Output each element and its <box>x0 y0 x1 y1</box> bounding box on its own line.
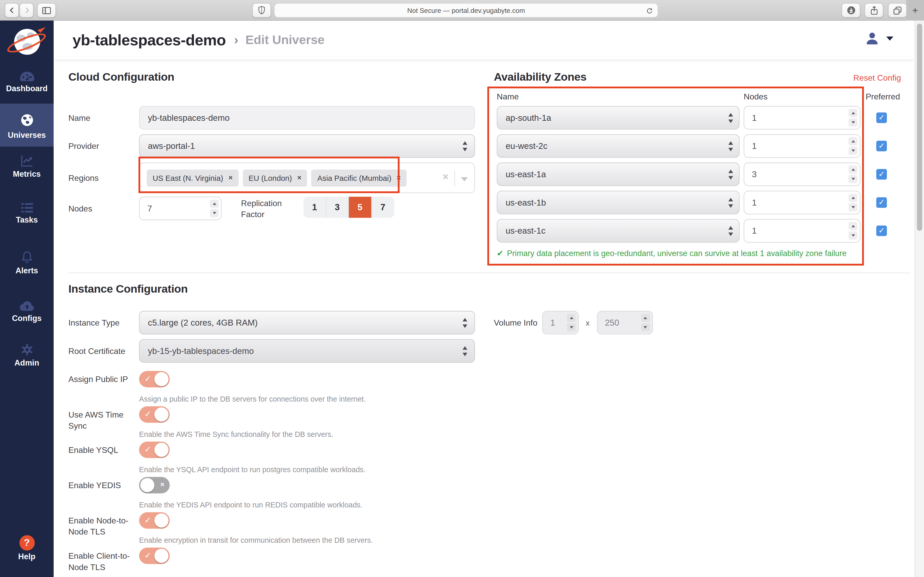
sidebar-item-dashboard[interactable]: Dashboard <box>0 71 53 93</box>
az-nodes-value: 3 <box>752 169 757 179</box>
user-menu[interactable] <box>864 31 893 46</box>
spin-up-icon[interactable] <box>567 314 576 322</box>
az-nodes-spinner[interactable]: 1 <box>744 134 861 158</box>
spin-down-icon[interactable] <box>848 231 857 240</box>
region-tag-label: Asia Pacific (Mumbai) <box>317 173 391 182</box>
rf-option-1[interactable]: 1 <box>304 197 326 218</box>
node-to-node-tls-toggle[interactable]: ✓ <box>139 513 170 529</box>
remove-tag-icon[interactable]: × <box>297 174 301 182</box>
sidebar-item-admin[interactable]: Admin <box>0 343 53 367</box>
spin-down-icon[interactable] <box>210 209 219 217</box>
yugabyte-logo[interactable] <box>10 25 43 58</box>
admin-icon <box>20 343 34 357</box>
provider-row: Provider aws-portal-1 <box>68 134 487 158</box>
page-scrollbar[interactable] <box>914 21 924 577</box>
az-nodes-value: 1 <box>752 113 757 122</box>
volume-count-value: 1 <box>551 318 555 327</box>
spin-down-icon[interactable] <box>641 323 650 332</box>
forward-button[interactable] <box>19 3 34 18</box>
spin-up-icon[interactable] <box>848 222 857 230</box>
toggle-knob <box>154 443 169 457</box>
reset-config-link[interactable]: Reset Config <box>853 73 901 82</box>
remove-tag-icon[interactable]: × <box>397 174 401 182</box>
az-zone-select[interactable]: us-east-1b <box>497 191 740 214</box>
region-tag[interactable]: Asia Pacific (Mumbai) × <box>312 169 407 186</box>
spin-up-icon[interactable] <box>848 109 857 117</box>
spin-down-icon[interactable] <box>848 118 857 126</box>
sidebar-item-label: Admin <box>0 359 53 367</box>
volume-count-spinner[interactable]: 1 <box>542 311 579 334</box>
preferred-checkbox[interactable]: ✓ <box>876 197 887 208</box>
az-zone-select[interactable]: us-east-1a <box>497 163 740 186</box>
spin-up-icon[interactable] <box>848 137 857 145</box>
az-nodes-spinner[interactable]: 1 <box>744 219 861 242</box>
enable-yedis-toggle[interactable]: × <box>139 477 170 493</box>
scrollbar-thumb[interactable] <box>917 23 922 231</box>
spin-up-icon[interactable] <box>210 200 219 208</box>
spin-down-icon[interactable] <box>848 147 857 155</box>
client-to-node-tls-toggle[interactable]: ✓ <box>139 548 170 564</box>
spin-up-icon[interactable] <box>848 194 857 202</box>
rf-option-5-selected[interactable]: 5 <box>349 197 372 218</box>
clear-all-icon[interactable]: × <box>443 171 449 183</box>
sidebar-item-metrics[interactable]: Metrics <box>0 154 53 179</box>
replication-factor-label: Replication Factor <box>241 197 304 220</box>
regions-multiselect[interactable]: US East (N. Virginia) × EU (London) × As… <box>139 163 475 193</box>
remove-tag-icon[interactable]: × <box>228 174 233 182</box>
sidebar-item-configs[interactable]: Configs <box>0 300 53 323</box>
new-tab-button[interactable]: + <box>906 0 924 21</box>
sidebar-toggle-icon <box>42 6 51 15</box>
sidebar-item-label: Tasks <box>0 216 53 224</box>
back-button[interactable] <box>5 3 19 18</box>
reload-button[interactable] <box>646 6 654 15</box>
aws-time-sync-toggle[interactable]: ✓ <box>139 406 170 423</box>
region-tag[interactable]: US East (N. Virginia) × <box>147 169 239 186</box>
preferred-checkbox[interactable]: ✓ <box>876 226 887 236</box>
availability-zones-section: Availability Zones Reset Config Name Nod… <box>494 71 914 258</box>
volume-size-spinner[interactable]: 250 <box>596 311 653 334</box>
share-icon <box>870 6 878 15</box>
preferred-checkbox[interactable]: ✓ <box>876 113 887 123</box>
az-nodes-spinner[interactable]: 3 <box>744 163 861 186</box>
preferred-checkbox[interactable]: ✓ <box>876 169 887 179</box>
az-nodes-spinner[interactable]: 1 <box>744 106 861 129</box>
enable-ysql-desc: Enable the YSQL API endpoint to run post… <box>139 466 365 474</box>
instance-type-select[interactable]: c5.large (2 cores, 4GB RAM) <box>139 311 475 334</box>
tab-overview-button[interactable] <box>888 3 907 18</box>
sidebar-item-alerts[interactable]: Alerts <box>0 250 53 275</box>
az-nodes-value: 1 <box>752 198 757 207</box>
downloads-button[interactable] <box>842 3 860 18</box>
sidebar-item-tasks[interactable]: Tasks <box>0 202 53 224</box>
privacy-report-button[interactable] <box>252 3 271 18</box>
spin-up-icon[interactable] <box>848 165 857 174</box>
select-updown-icon <box>462 318 468 328</box>
spin-down-icon[interactable] <box>567 323 576 332</box>
universe-title: yb-tablespaces-demo <box>73 31 226 49</box>
root-certificate-select[interactable]: yb-15-yb-tablespaces-demo <box>139 339 475 363</box>
spin-up-icon[interactable] <box>641 314 650 322</box>
address-bar-text: Not Secure — portal.dev.yugabyte.com <box>407 7 525 14</box>
sidebar-item-help[interactable]: ? Help <box>0 535 53 561</box>
nodes-spinner[interactable]: 7 <box>139 197 221 220</box>
region-tag[interactable]: EU (London) × <box>242 169 307 186</box>
provider-select[interactable]: aws-portal-1 <box>139 134 475 158</box>
az-zone-select[interactable]: us-east-1c <box>497 219 740 242</box>
enable-ysql-toggle[interactable]: ✓ <box>139 442 170 458</box>
address-bar[interactable]: Not Secure — portal.dev.yugabyte.com <box>274 3 658 18</box>
universe-name-input[interactable]: yb-tablespaces-demo <box>139 106 475 129</box>
spin-down-icon[interactable] <box>848 175 857 183</box>
aws-time-sync-row: Use AWS Time Sync ✓ Enable the AWS Time … <box>68 406 487 439</box>
breadcrumb-separator-icon: › <box>234 32 239 48</box>
az-nodes-spinner[interactable]: 1 <box>744 191 861 214</box>
chevron-down-icon[interactable] <box>461 177 468 181</box>
rf-option-3[interactable]: 3 <box>326 197 349 218</box>
rf-option-7[interactable]: 7 <box>372 197 394 218</box>
az-zone-select[interactable]: ap-south-1a <box>497 106 740 129</box>
spin-down-icon[interactable] <box>848 203 857 211</box>
az-zone-select[interactable]: eu-west-2c <box>497 134 740 158</box>
share-button[interactable] <box>864 3 883 18</box>
preferred-checkbox[interactable]: ✓ <box>876 141 887 151</box>
assign-public-ip-toggle[interactable]: ✓ <box>139 371 170 387</box>
sidebar-item-universes[interactable]: Universes <box>0 103 53 147</box>
sidebar-toggle-button[interactable] <box>37 3 56 18</box>
